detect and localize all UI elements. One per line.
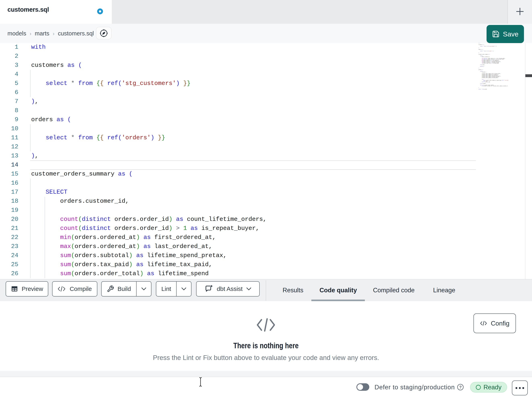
svg-text:?: ? [459,385,462,389]
